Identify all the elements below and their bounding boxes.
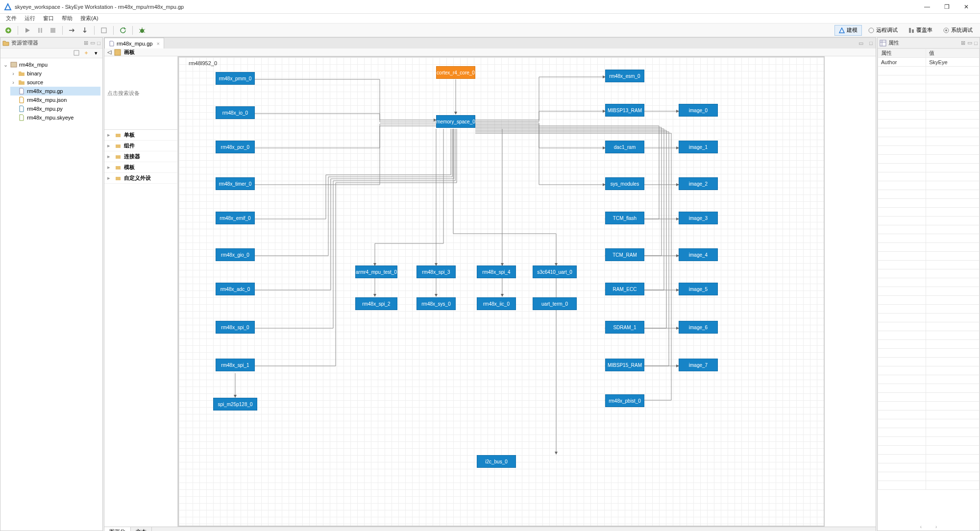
node-emif[interactable]: rm48x_emif_0	[216, 212, 255, 224]
node-esm[interactable]: rm48x_esm_0	[605, 70, 644, 82]
new-dropdown-button[interactable]	[3, 25, 14, 36]
node-timer[interactable]: rm48x_timer_0	[216, 177, 255, 190]
tree-file-gp[interactable]: rm48x_mpu.gp	[10, 87, 100, 96]
node-spi4[interactable]: rm48x_spi_4	[477, 266, 516, 278]
maximize-panel-icon[interactable]: □	[974, 40, 978, 46]
close-tab-icon[interactable]: ⊠	[84, 40, 88, 46]
node-img1[interactable]: image_1	[679, 141, 718, 153]
canvas-viewport[interactable]: rm48l952_0	[178, 56, 876, 527]
node-img0[interactable]: image_0	[679, 104, 718, 117]
tool-button-1[interactable]	[98, 25, 109, 36]
tab-graph[interactable]: 图形化	[104, 527, 131, 531]
refresh-dropdown-button[interactable]	[118, 25, 128, 36]
node-cortex[interactable]: cortex_r4_core_0	[436, 66, 475, 79]
perspective-remote-debug[interactable]: 远程调试	[864, 25, 902, 36]
palette-template[interactable]: ▸模板	[104, 162, 177, 173]
node-sdram[interactable]: SDRAM_1	[605, 321, 644, 334]
node-pbist[interactable]: rm48x_pbist_0	[605, 394, 644, 407]
node-pcr[interactable]: rm48x_pcr_0	[216, 141, 255, 153]
palette-connector[interactable]: ▸连接器	[104, 151, 177, 162]
svg-point-6	[869, 28, 874, 33]
close-panel-icon[interactable]: ⊠	[961, 40, 965, 46]
link-editor-icon[interactable]	[82, 48, 91, 57]
node-iic[interactable]: rm48x_iic_0	[477, 297, 516, 310]
node-spi0[interactable]: rm48x_spi_0	[216, 321, 255, 334]
close-tab-icon[interactable]: ×	[156, 41, 159, 47]
maximize-editor-icon[interactable]: □	[866, 40, 876, 46]
minimize-button[interactable]: —	[917, 3, 937, 10]
maximize-panel-icon[interactable]: □	[97, 40, 100, 46]
node-dac1[interactable]: dac1_ram	[605, 141, 644, 153]
tab-text[interactable]: 文本	[131, 527, 152, 531]
menu-help[interactable]: 帮助	[59, 14, 75, 23]
node-sysmod[interactable]: sys_modules	[605, 177, 644, 190]
node-img6[interactable]: image_6	[679, 321, 718, 334]
node-spi3[interactable]: rm48x_spi_3	[416, 266, 456, 278]
node-img5[interactable]: image_5	[679, 283, 718, 295]
node-mputest[interactable]: armr4_mpu_test_0	[355, 266, 397, 278]
node-mibsp15[interactable]: MIBSP15_RAM	[605, 359, 644, 371]
stop-button[interactable]	[48, 25, 58, 36]
node-memory[interactable]: memory_space_0	[436, 115, 475, 128]
menu-window[interactable]: 窗口	[40, 14, 57, 23]
collapse-all-icon[interactable]	[72, 48, 81, 57]
main-toolbar: 建模 远程调试 覆盖率 系统调试	[0, 24, 980, 37]
node-i2c-bus[interactable]: i2c_bus_0	[477, 455, 516, 468]
node-spi2[interactable]: rm48x_spi_2	[355, 297, 397, 310]
menu-run[interactable]: 运行	[22, 14, 38, 23]
node-img4[interactable]: image_4	[679, 248, 718, 261]
perspective-model[interactable]: 建模	[834, 25, 862, 36]
minimize-editor-icon[interactable]: ▭	[856, 40, 866, 47]
palette-custom[interactable]: ▸自定义外设	[104, 173, 177, 184]
node-uart[interactable]: s3c6410_uart_0	[533, 266, 577, 278]
tree-folder-binary[interactable]: ›binary	[10, 69, 100, 78]
tree-root[interactable]: ⌄ rm48x_mpu	[2, 60, 100, 69]
maximize-button[interactable]: ❐	[937, 3, 956, 10]
perspective-sys-debug[interactable]: 系统调试	[939, 25, 977, 36]
node-gio[interactable]: rm48x_gio_0	[216, 248, 255, 261]
node-img7[interactable]: image_7	[679, 359, 718, 371]
node-pmm[interactable]: rm48x_pmm_0	[216, 72, 255, 85]
menu-file[interactable]: 文件	[3, 14, 20, 23]
back-button[interactable]: ◁	[107, 49, 111, 55]
node-sys[interactable]: rm48x_sys_0	[416, 297, 456, 310]
editor-tab[interactable]: rm48x_mpu.gp ×	[104, 38, 164, 48]
folder-icon	[18, 79, 25, 86]
node-tcmflash[interactable]: TCM_flash	[605, 212, 644, 224]
node-tcmram[interactable]: TCM_RAM	[605, 248, 644, 261]
device-search-input[interactable]	[104, 56, 177, 130]
diagram-canvas[interactable]: rm48l952_0	[178, 56, 825, 527]
palette-board[interactable]: ▸单板	[104, 130, 177, 141]
node-spi1[interactable]: rm48x_spi_1	[216, 359, 255, 371]
titlebar: skyeye_workspace - SkyEye Workstation - …	[0, 0, 980, 14]
node-adc[interactable]: rm48x_adc_0	[216, 283, 255, 295]
palette-component[interactable]: ▸组件	[104, 141, 177, 151]
tree-file-py[interactable]: rm48x_mpu.py	[10, 104, 100, 113]
scroll-hint[interactable]: ‹ ›	[878, 523, 980, 531]
minimize-panel-icon[interactable]: ▭	[90, 40, 95, 46]
step-over-button[interactable]	[67, 25, 77, 36]
play-button[interactable]	[22, 25, 33, 36]
bug-dropdown-button[interactable]	[137, 25, 147, 36]
resource-explorer-panel: 资源管理器 ⊠ ▭ □ ▾ ⌄ rm48x_mpu ›binary ›sourc…	[0, 37, 103, 531]
tree-folder-source[interactable]: ›source	[10, 78, 100, 87]
menu-search[interactable]: 搜索(A)	[77, 14, 101, 23]
node-io[interactable]: rm48x_io_0	[216, 106, 255, 119]
property-row[interactable]: AuthorSkyEye	[878, 58, 980, 67]
node-uart-term[interactable]: uart_term_0	[533, 297, 577, 310]
tree-file-skyeye[interactable]: rm48x_mpu.skyeye	[10, 113, 100, 122]
node-img2[interactable]: image_2	[679, 177, 718, 190]
minimize-panel-icon[interactable]: ▭	[967, 40, 972, 46]
close-button[interactable]: ✕	[956, 3, 976, 10]
node-m25[interactable]: spi_m25p128_0	[213, 398, 257, 410]
pause-button[interactable]	[35, 25, 46, 36]
node-img3[interactable]: image_3	[679, 212, 718, 224]
canvas-tool-icon[interactable]	[114, 49, 121, 56]
step-into-button[interactable]	[79, 25, 90, 36]
separator	[113, 26, 114, 35]
view-menu-icon[interactable]: ▾	[92, 48, 100, 57]
node-ramecc[interactable]: RAM_ECC	[605, 283, 644, 295]
node-mibsp13[interactable]: MIBSP13_RAM	[605, 104, 644, 117]
perspective-coverage[interactable]: 覆盖率	[904, 25, 937, 36]
tree-file-json[interactable]: rm48x_mpu.json	[10, 96, 100, 104]
